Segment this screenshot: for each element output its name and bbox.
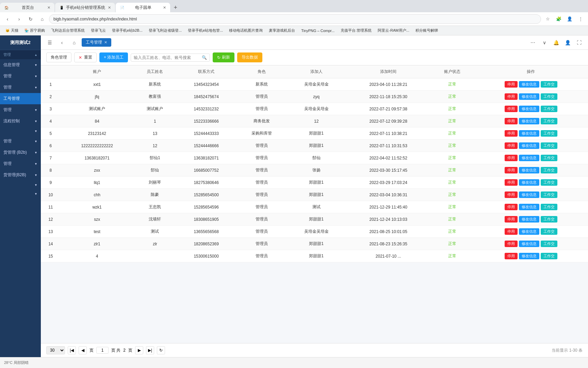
bookmark-phone-mgmt[interactable]: 登录手机e站地包管... [185,27,226,34]
profile-icon[interactable]: 👤 [565,14,574,24]
bookmark-tinypng[interactable]: TinyPNG – Compr... [298,28,337,33]
nav-user-icon[interactable]: 👤 [563,38,572,47]
workspace-button[interactable]: 工作交 [541,130,557,137]
page-number-input[interactable] [96,347,109,354]
current-tab-staff[interactable]: 工号管理 ✕ [82,38,111,47]
edit-button[interactable]: 修改信息 [519,253,539,259]
settings-icon[interactable]: ⋮ [576,14,585,24]
disable-button[interactable]: 停用 [505,253,518,259]
edit-button[interactable]: 修改信息 [519,228,539,235]
browser-tab-2[interactable]: 📱 手机e站分销管理系统 ✕ [55,3,115,12]
sidebar-section-main[interactable]: 管理 [0,50,41,59]
page-prev-button[interactable]: ◀ [79,346,87,354]
tab2-close[interactable]: ✕ [108,5,111,10]
disable-button[interactable]: 停用 [505,241,518,247]
nav-down-icon[interactable]: ∨ [540,38,549,47]
sidebar-item-b2b-goods[interactable]: 货管理 (B2b)▼ [0,147,41,158]
sidebar-item-empty1[interactable]: ▼ [0,127,41,136]
workspace-button[interactable]: 工作交 [541,216,557,223]
edit-button[interactable]: 修改信息 [519,130,539,137]
nav-bell-icon[interactable]: 🔔 [551,38,561,47]
new-tab-button[interactable]: + [171,3,180,12]
edit-button[interactable]: 修改信息 [519,81,539,88]
disable-button[interactable]: 停用 [505,155,518,161]
back-button[interactable]: ‹ [3,14,12,24]
disable-button[interactable]: 停用 [505,179,518,186]
disable-button[interactable]: 停用 [505,106,518,112]
workspace-button[interactable]: 工作交 [541,81,557,88]
sidebar-item-mgmt2[interactable]: 管理▼ [0,82,41,93]
edit-button[interactable]: 修改信息 [519,118,539,124]
disable-button[interactable]: 停用 [505,118,518,124]
workspace-button[interactable]: 工作交 [541,155,557,161]
forward-button[interactable]: › [14,14,24,24]
edit-button[interactable]: 修改信息 [519,93,539,100]
edit-button[interactable]: 修改信息 [519,204,539,210]
edit-button[interactable]: 修改信息 [519,142,539,149]
nav-more-icon[interactable]: ⋯ [528,38,538,47]
page-refresh-button[interactable]: ↻ [157,346,165,354]
sidebar-item-empty3[interactable]: ▼ [0,189,41,198]
extension-icon[interactable]: 🧩 [554,14,564,24]
tab3-close[interactable]: ✕ [163,5,166,10]
edit-button[interactable]: 修改信息 [519,155,539,161]
disable-button[interactable]: 停用 [505,228,518,235]
bookmark-icon[interactable]: ☆ [543,14,553,24]
home-button[interactable]: ⌂ [37,14,47,24]
edit-button[interactable]: 修改信息 [519,167,539,173]
workspace-button[interactable]: 工作交 [541,241,557,247]
sidebar-item-mgmt3[interactable]: 管理▼ [0,104,41,116]
sidebar-item-staff-mgmt[interactable]: 工号管理 [0,93,41,104]
workspace-button[interactable]: 工作交 [541,142,557,149]
tab-close-icon[interactable]: ✕ [104,40,107,45]
browser-tab-1[interactable]: 🏠 首页台 ✕ [0,3,54,12]
export-button[interactable]: 导出数据 [237,52,262,62]
edit-button[interactable]: 修改信息 [519,106,539,112]
page-next-button[interactable]: ▶ [135,346,143,354]
workspace-button[interactable]: 工作交 [541,204,557,210]
nav-fullscreen-icon[interactable]: ⛶ [574,38,584,47]
address-input[interactable] [49,14,541,24]
page-last-button[interactable]: ▶| [146,346,154,354]
reset-button[interactable]: ✕ 重置 [74,52,97,62]
workspace-button[interactable]: 工作交 [541,191,557,198]
bookmark-b2b[interactable]: 登录手机e站b2B... [109,27,145,34]
edit-button[interactable]: 修改信息 [519,216,539,223]
disable-button[interactable]: 停用 [505,191,518,198]
bookmark-points[interactable]: 积分账号解绑 [413,27,441,34]
disable-button[interactable]: 停用 [505,204,518,210]
bookmark-aliyun[interactable]: 阿里云-RAM用户... [375,27,412,34]
nav-home-button[interactable]: ⌂ [69,38,79,47]
sidebar-item-flow-control[interactable]: 流程控制▼ [0,116,41,127]
role-mgmt-button[interactable]: 角色管理 [46,52,71,62]
per-page-select[interactable]: 30 50 100 [46,346,65,354]
sidebar-item-mgmt4[interactable]: 管理▼ [0,136,41,147]
disable-button[interactable]: 停用 [505,93,518,100]
page-first-button[interactable]: |◀ [68,346,76,354]
edit-button[interactable]: 修改信息 [519,179,539,186]
edit-button[interactable]: 修改信息 [519,191,539,198]
disable-button[interactable]: 停用 [505,81,518,88]
sidebar-item-mgmt5[interactable]: 管理▼ [0,158,41,169]
bookmark-feilida2[interactable]: 登录飞利达省级登... [146,27,184,34]
bookmark-tiamao[interactable]: 🐱 天猫 [3,27,21,34]
edit-button[interactable]: 修改信息 [519,241,539,247]
sidebar-item-info-mgmt[interactable]: 信息管理▼ [0,59,41,71]
workspace-button[interactable]: 工作交 [541,253,557,259]
bookmark-suning[interactable]: 🏪 苏宁易购 [22,27,48,34]
reload-button[interactable]: ↻ [26,14,35,24]
workspace-button[interactable]: 工作交 [541,118,557,124]
refresh-button[interactable]: ↻ 刷新 [213,52,234,62]
disable-button[interactable]: 停用 [505,142,518,149]
workspace-button[interactable]: 工作交 [541,167,557,173]
nav-back-button[interactable]: ‹ [57,38,67,47]
bookmark-denglu-feyun[interactable]: 登录飞云 [88,27,109,34]
disable-button[interactable]: 停用 [505,130,518,137]
workspace-button[interactable]: 工作交 [541,179,557,186]
browser-tab-3[interactable]: 📄 电子园单 ✕ [116,3,170,12]
menu-toggle-button[interactable]: ☰ [45,38,54,47]
bookmark-game[interactable]: 麦享游戏机后台 [266,27,298,34]
sidebar-item-b2B-goods[interactable]: 货管理(B2B)▼ [0,169,41,181]
bookmark-feilida[interactable]: 飞利达后台管理系统 [48,27,87,34]
sidebar-item-mgmt1[interactable]: 管理▼ [0,71,41,82]
